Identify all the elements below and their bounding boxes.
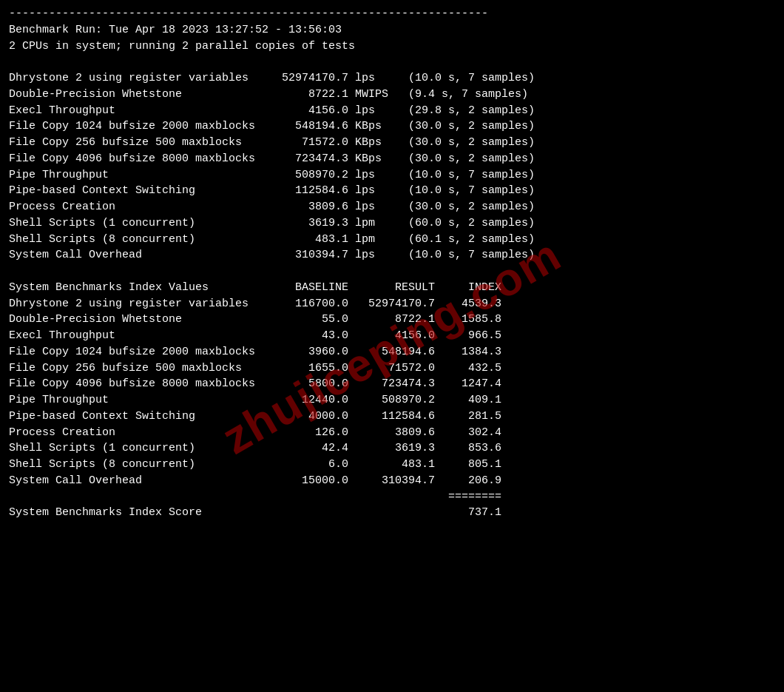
terminal-window: zhujiceping.com ------------------------…: [9, 6, 775, 521]
terminal-content: ----------------------------------------…: [9, 6, 775, 521]
